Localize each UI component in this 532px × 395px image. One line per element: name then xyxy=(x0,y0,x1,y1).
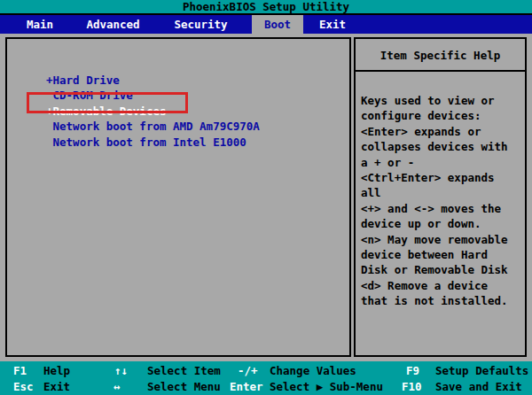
boot-device-list-panel: +Hard Drive CD-ROM Drive +Removable Devi… xyxy=(5,37,351,357)
tab-exit[interactable]: Exit xyxy=(305,15,360,34)
label-exit: Exit xyxy=(43,379,70,394)
label-select-submenu: Select ▶ Sub-Menu xyxy=(270,379,383,394)
key-f9: F9 xyxy=(406,363,419,378)
help-panel-text: Keys used to view or configure devices: … xyxy=(356,72,525,309)
tab-security[interactable]: Security xyxy=(163,15,239,34)
key-esc: Esc xyxy=(13,379,34,394)
key-f1: F1 xyxy=(13,363,27,378)
menu-bar: Main Advanced Security Boot Exit xyxy=(0,13,532,34)
label-save-and-exit: Save and Exit xyxy=(435,379,522,394)
help-panel-title: Item Specific Help xyxy=(356,39,525,72)
red-annotation-box xyxy=(27,92,188,113)
key-leftright-icon: ↔ xyxy=(113,379,121,394)
boot-item-hard-drive[interactable]: +Hard Drive xyxy=(46,73,120,89)
tab-main[interactable]: Main xyxy=(13,15,66,34)
tab-advanced[interactable]: Advanced xyxy=(75,15,151,34)
help-panel: Item Specific Help Keys used to view or … xyxy=(354,37,527,357)
label-setup-defaults: Setup Defaults xyxy=(435,363,528,378)
label-help: Help xyxy=(43,363,70,378)
label-select-menu: Select Menu xyxy=(147,379,221,394)
boot-item-network-amd[interactable]: Network boot from AMD Am79C970A xyxy=(46,119,260,135)
label-select-item: Select Item xyxy=(147,363,221,378)
key-hint-bar: F1 Help ↑↓ Select Item -/+ Change Values… xyxy=(0,361,532,395)
content-area: +Hard Drive CD-ROM Drive +Removable Devi… xyxy=(0,34,532,361)
label-change-values: Change Values xyxy=(270,363,356,378)
key-updown-icon: ↑↓ xyxy=(114,363,128,378)
title-bar: PhoenixBIOS Setup Utility xyxy=(0,0,532,13)
key-f10: F10 xyxy=(402,379,422,394)
boot-item-network-intel[interactable]: Network boot from Intel E1000 xyxy=(46,135,246,151)
key-minus-plus: -/+ xyxy=(238,363,258,378)
key-enter: Enter xyxy=(230,379,263,394)
app-title: PhoenixBIOS Setup Utility xyxy=(183,0,349,13)
tab-boot[interactable]: Boot xyxy=(252,15,303,34)
